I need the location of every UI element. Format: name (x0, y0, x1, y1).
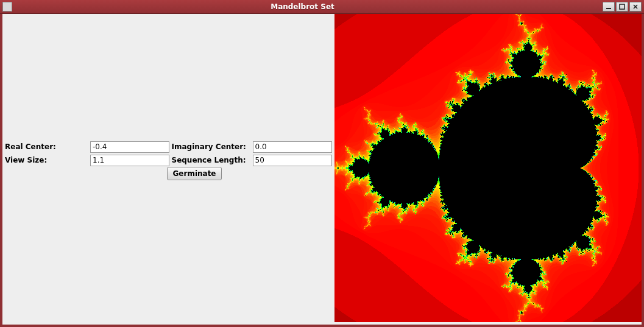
parameter-form: Real Center: Imaginary Center: View Size… (5, 140, 334, 180)
minimize-button[interactable] (603, 2, 615, 12)
real-center-label: Real Center: (5, 140, 90, 153)
window-frame: Real Center: Imaginary Center: View Size… (0, 14, 644, 327)
svg-rect-1 (620, 4, 625, 9)
seq-len-input[interactable] (253, 155, 332, 166)
real-center-input[interactable] (90, 141, 169, 153)
view-size-input[interactable] (90, 155, 169, 166)
controls-panel: Real Center: Imaginary Center: View Size… (2, 14, 334, 325)
titlebar: Mandelbrot Set (0, 0, 644, 14)
svg-rect-0 (606, 8, 611, 9)
close-button[interactable] (629, 2, 642, 12)
mandelbrot-panel (334, 14, 642, 325)
window-buttons (603, 2, 642, 12)
maximize-button[interactable] (616, 2, 628, 12)
germinate-button[interactable]: Germinate (167, 167, 221, 180)
view-size-label: View Size: (5, 153, 90, 167)
imag-center-input[interactable] (253, 141, 332, 153)
client-area: Real Center: Imaginary Center: View Size… (2, 14, 642, 325)
window-title: Mandelbrot Set (2, 2, 603, 11)
seq-len-label: Sequence Length: (172, 153, 253, 167)
imag-center-label: Imaginary Center: (172, 140, 253, 153)
mandelbrot-canvas (334, 14, 642, 322)
